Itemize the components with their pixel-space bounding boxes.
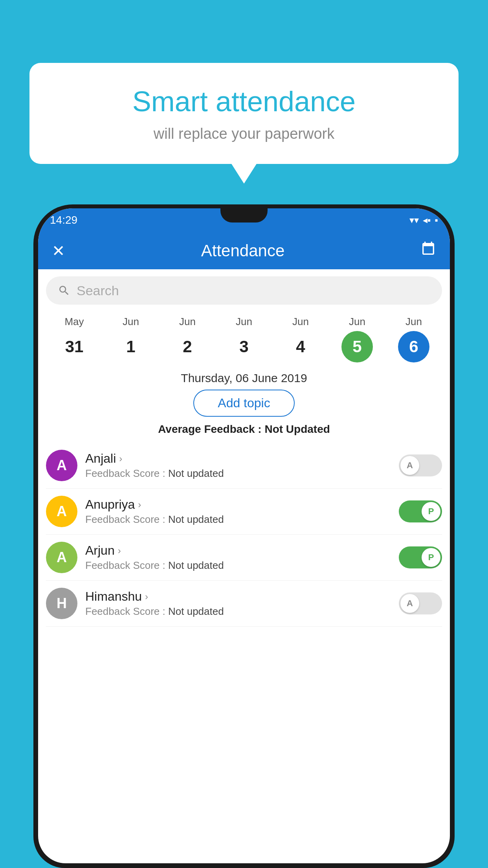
cal-date-label[interactable]: 6 — [398, 331, 429, 362]
cal-date-label[interactable]: 1 — [115, 331, 147, 362]
phone-notch — [220, 208, 268, 223]
toggle-thumb: A — [400, 456, 419, 475]
search-icon — [58, 284, 70, 297]
chevron-right-icon: › — [119, 453, 122, 464]
toggle[interactable]: P — [399, 500, 442, 522]
calendar-day[interactable]: Jun2 — [172, 316, 203, 362]
student-info: Himanshu ›Feedback Score : Not updated — [85, 589, 391, 618]
calendar-day[interactable]: May31 — [59, 316, 90, 362]
cal-month-label: Jun — [179, 316, 196, 328]
student-name[interactable]: Anjali › — [85, 451, 391, 466]
student-feedback: Feedback Score : Not updated — [85, 559, 391, 572]
phone-screen: 14:29 ▾▾ ◂▪ ▪ ✕ Attendance Search — [38, 208, 450, 863]
calendar-icon[interactable] — [420, 241, 436, 260]
calendar-day[interactable]: Jun6 — [398, 316, 429, 362]
cal-date-label[interactable]: 3 — [228, 331, 260, 362]
cal-month-label: Jun — [236, 316, 252, 328]
calendar-day[interactable]: Jun1 — [115, 316, 147, 362]
student-name[interactable]: Anupriya › — [85, 497, 391, 512]
student-info: Anjali ›Feedback Score : Not updated — [85, 451, 391, 480]
toggle-thumb: P — [422, 548, 440, 567]
calendar-day[interactable]: Jun5 — [341, 316, 373, 362]
chevron-right-icon: › — [145, 591, 148, 602]
close-button[interactable]: ✕ — [52, 242, 65, 260]
student-avatar: H — [46, 588, 77, 619]
bubble-title: Smart attendance — [53, 85, 435, 118]
student-avatar: A — [46, 496, 77, 527]
signal-icon: ◂▪ — [423, 215, 431, 226]
cal-month-label: Jun — [405, 316, 422, 328]
selected-date-label: Thursday, 06 June 2019 — [38, 371, 450, 385]
speech-bubble: Smart attendance will replace your paper… — [29, 63, 459, 164]
student-info: Arjun ›Feedback Score : Not updated — [85, 543, 391, 572]
cal-date-label[interactable]: 2 — [172, 331, 203, 362]
cal-date-label[interactable]: 4 — [285, 331, 316, 362]
wifi-icon: ▾▾ — [409, 215, 419, 226]
bubble-subtitle: will replace your paperwork — [53, 125, 435, 142]
avg-feedback: Average Feedback : Not Updated — [38, 423, 450, 436]
toggle[interactable]: A — [399, 592, 442, 614]
attendance-toggle[interactable]: P — [399, 500, 442, 522]
student-name[interactable]: Arjun › — [85, 543, 391, 558]
search-bar[interactable]: Search — [46, 276, 442, 305]
student-item[interactable]: AAnjali ›Feedback Score : Not updatedA — [46, 443, 442, 489]
cal-month-label: Jun — [349, 316, 365, 328]
calendar-day[interactable]: Jun4 — [285, 316, 316, 362]
cal-month-label: May — [64, 316, 84, 328]
student-item[interactable]: AAnupriya ›Feedback Score : Not updatedP — [46, 489, 442, 535]
student-item[interactable]: AArjun ›Feedback Score : Not updatedP — [46, 535, 442, 581]
student-feedback: Feedback Score : Not updated — [85, 605, 391, 618]
toggle[interactable]: A — [399, 454, 442, 476]
toggle-thumb: P — [422, 502, 440, 521]
calendar-day[interactable]: Jun3 — [228, 316, 260, 362]
cal-month-label: Jun — [123, 316, 139, 328]
calendar-strip: May31Jun1Jun2Jun3Jun4Jun5Jun6 — [38, 312, 450, 364]
chevron-right-icon: › — [118, 545, 121, 556]
cal-month-label: Jun — [292, 316, 309, 328]
header-title: Attendance — [201, 241, 285, 260]
status-icons: ▾▾ ◂▪ ▪ — [409, 215, 438, 226]
attendance-toggle[interactable]: P — [399, 546, 442, 568]
chevron-right-icon: › — [138, 499, 141, 510]
student-feedback: Feedback Score : Not updated — [85, 513, 391, 526]
phone-frame: 14:29 ▾▾ ◂▪ ▪ ✕ Attendance Search — [33, 204, 455, 868]
status-time: 14:29 — [50, 214, 77, 226]
student-feedback: Feedback Score : Not updated — [85, 467, 391, 480]
attendance-toggle[interactable]: A — [399, 592, 442, 614]
student-list: AAnjali ›Feedback Score : Not updatedAAA… — [38, 443, 450, 627]
student-name[interactable]: Himanshu › — [85, 589, 391, 604]
student-avatar: A — [46, 542, 77, 573]
cal-date-label[interactable]: 5 — [341, 331, 373, 362]
student-info: Anupriya ›Feedback Score : Not updated — [85, 497, 391, 526]
student-item[interactable]: HHimanshu ›Feedback Score : Not updatedA — [46, 581, 442, 627]
cal-date-label[interactable]: 31 — [59, 331, 90, 362]
search-input[interactable]: Search — [77, 283, 119, 298]
attendance-toggle[interactable]: A — [399, 454, 442, 476]
add-topic-button[interactable]: Add topic — [193, 390, 294, 417]
avg-feedback-value: Not Updated — [264, 423, 330, 435]
toggle[interactable]: P — [399, 546, 442, 568]
toggle-thumb: A — [400, 594, 419, 613]
battery-icon: ▪ — [435, 215, 438, 226]
student-avatar: A — [46, 450, 77, 481]
avg-feedback-label: Average Feedback : — [158, 423, 264, 435]
app-header: ✕ Attendance — [38, 232, 450, 269]
